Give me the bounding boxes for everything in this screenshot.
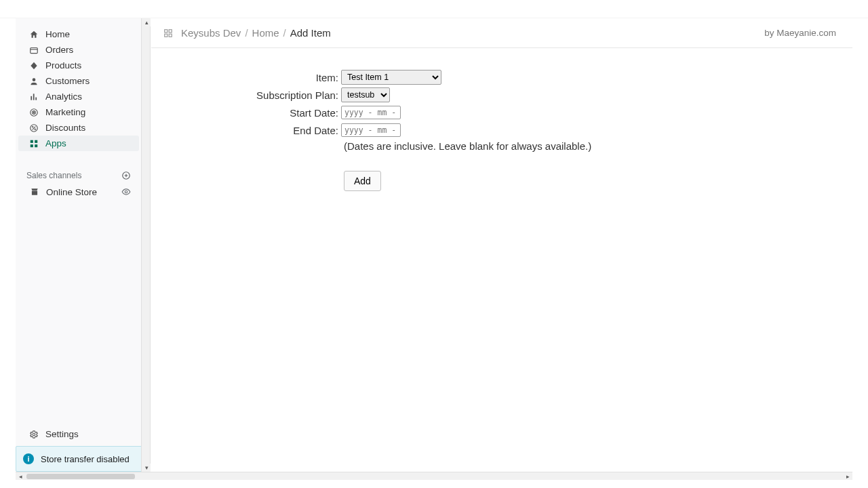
section-label: Sales channels — [26, 171, 81, 180]
sidebar-item-label: Apps — [40, 138, 66, 148]
store-icon — [28, 187, 41, 197]
svg-rect-20 — [165, 34, 167, 37]
sidebar-container: ▴ ▾ Home Orders Products — [16, 18, 143, 472]
breadcrumb-current: Add Item — [290, 27, 331, 39]
main-header: Keysubs Dev / Home / Add Item by Maeyani… — [151, 18, 852, 48]
form: Item: Test Item 1 Subscription Plan: tes… — [151, 48, 852, 213]
home-icon — [28, 30, 40, 39]
scroll-thumb[interactable] — [26, 474, 135, 479]
date-help-text: (Dates are inclusive. Leave blank for al… — [167, 140, 836, 152]
breadcrumb-sep: / — [245, 27, 248, 39]
svg-point-10 — [35, 129, 35, 129]
sidebar-item-customers[interactable]: Customers — [18, 73, 139, 89]
sidebar-item-label: Marketing — [40, 107, 85, 117]
sidebar-item-label: Home — [40, 29, 70, 39]
add-channel-button[interactable] — [121, 170, 132, 181]
svg-rect-14 — [35, 144, 37, 147]
svg-rect-19 — [169, 29, 172, 32]
start-date-input[interactable] — [341, 106, 401, 119]
app-grid-icon — [163, 28, 173, 38]
sidebar-item-orders[interactable]: Orders — [18, 42, 139, 58]
discounts-icon — [28, 123, 40, 133]
top-bar — [0, 0, 868, 18]
sidebar-item-home[interactable]: Home — [18, 26, 139, 42]
products-icon — [28, 61, 40, 70]
svg-rect-13 — [31, 144, 33, 147]
horizontal-scrollbar[interactable]: ◂ ▸ — [16, 472, 852, 480]
breadcrumb-home[interactable]: Home — [252, 27, 279, 39]
main-content: Keysubs Dev / Home / Add Item by Maeyani… — [151, 18, 852, 472]
notice-text: Store transfer disabled — [41, 454, 130, 464]
plan-select[interactable]: testsub — [341, 87, 390, 102]
customers-icon — [28, 77, 40, 86]
view-store-icon[interactable] — [121, 187, 131, 197]
scroll-right-icon[interactable]: ▸ — [843, 473, 852, 480]
svg-rect-11 — [31, 140, 33, 142]
svg-rect-12 — [35, 140, 37, 142]
sidebar-item-apps[interactable]: Apps — [18, 136, 139, 151]
svg-rect-4 — [35, 97, 37, 100]
sidebar-item-label: Analytics — [40, 92, 82, 102]
breadcrumb: Keysubs Dev / Home / Add Item — [163, 27, 331, 39]
start-date-label: Start Date: — [167, 107, 341, 119]
end-date-input[interactable] — [341, 123, 401, 137]
analytics-icon — [28, 92, 40, 102]
marketing-icon — [28, 108, 40, 117]
sidebar-item-label: Online Store — [41, 187, 97, 197]
sidebar-item-label: Orders — [40, 45, 73, 55]
item-select[interactable]: Test Item 1 — [341, 70, 441, 85]
add-button[interactable]: Add — [344, 171, 381, 191]
breadcrumb-sep: / — [283, 27, 286, 39]
info-icon: i — [23, 453, 34, 464]
svg-rect-18 — [165, 29, 167, 32]
sales-channels-header: Sales channels — [16, 166, 142, 184]
sidebar-item-analytics[interactable]: Analytics — [18, 89, 139, 104]
orders-icon — [28, 45, 40, 55]
plan-label: Subscription Plan: — [167, 89, 341, 101]
store-transfer-notice: i Store transfer disabled — [16, 446, 142, 472]
svg-point-16 — [125, 190, 127, 193]
svg-point-7 — [33, 112, 34, 113]
svg-rect-2 — [31, 96, 32, 100]
svg-rect-21 — [169, 34, 172, 37]
sidebar-scroll-down[interactable]: ▾ — [142, 464, 151, 472]
apps-icon — [28, 139, 40, 148]
svg-rect-3 — [33, 94, 35, 100]
byline: by Maeyanie.com — [764, 28, 836, 38]
item-label: Item: — [167, 72, 341, 83]
sidebar: Home Orders Products Customers — [16, 18, 142, 472]
sidebar-item-label: Customers — [40, 76, 90, 86]
sidebar-item-discounts[interactable]: Discounts — [18, 120, 139, 136]
sidebar-item-marketing[interactable]: Marketing — [18, 104, 139, 120]
scroll-left-icon[interactable]: ◂ — [16, 473, 25, 480]
sidebar-scroll-up[interactable]: ▴ — [142, 18, 151, 26]
svg-point-17 — [33, 433, 35, 436]
breadcrumb-app[interactable]: Keysubs Dev — [181, 27, 241, 39]
svg-point-1 — [33, 78, 36, 81]
end-date-label: End Date: — [167, 125, 341, 136]
svg-rect-0 — [31, 47, 38, 53]
sidebar-item-settings[interactable]: Settings — [18, 426, 139, 442]
gear-icon — [28, 430, 40, 439]
sidebar-item-label: Products — [40, 60, 81, 70]
sidebar-item-label: Settings — [40, 429, 79, 439]
sidebar-item-online-store[interactable]: Online Store — [19, 184, 139, 200]
sidebar-item-products[interactable]: Products — [18, 58, 139, 73]
svg-point-9 — [33, 126, 33, 127]
sidebar-item-label: Discounts — [40, 123, 85, 133]
